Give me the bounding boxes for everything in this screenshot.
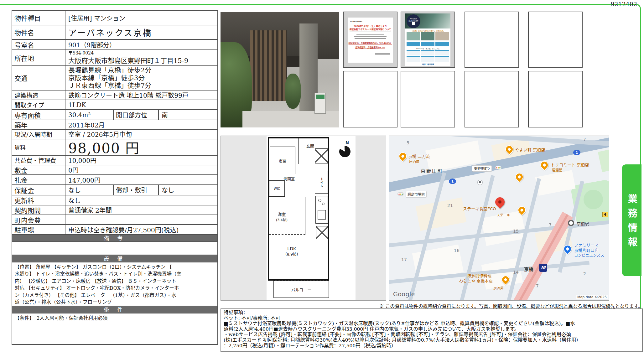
thumb2-system-title: Amazonの「置き配」のシステム [405, 47, 450, 49]
shaft-box [315, 148, 328, 163]
thumb2-strip [435, 32, 449, 40]
notes-line: 道料(2人入居)4,400円■退去時ハウスクリーニング費用33,000円 住戸内… [224, 327, 640, 332]
table-row: 共益費・管理費10,000円 [12, 155, 217, 165]
document-number: 9212402 [602, 1, 637, 8]
thumbnail-empty [343, 71, 397, 127]
station-marker [568, 220, 574, 226]
notes-line: ペット: 不可/事務所: 不可 [224, 316, 640, 321]
row-label: 駐車場 [12, 225, 65, 234]
row-label: 更新料 [12, 195, 65, 205]
row-value: なし [65, 195, 217, 205]
thumb2-strip [407, 32, 420, 40]
conditions-value: 【条件】 2人入居可能・保証会社利用必須 [12, 313, 217, 323]
equipment-line: ン（カメラ付き） 【その他】 エレベーター（1基）・ガス（都市ガス）・水 [15, 292, 215, 299]
ldk-label: LDK (8.9帖) [285, 246, 298, 256]
table-row: 物件名アーバネックス京橋 [12, 25, 217, 39]
map-copyright: Map data ©2025 [576, 295, 608, 299]
balcony: バルコニー [273, 281, 329, 298]
toilet-room: トイレ [315, 171, 328, 194]
shaft-box [316, 226, 328, 239]
poi-name: ステーキ食堂ECO [463, 205, 496, 211]
rent-value: 98,000 円 [65, 139, 217, 155]
access-line: 長堀鶴見線「京橋」徒歩2分 [68, 66, 151, 74]
equipment-row: 【位置】 角部屋 【キッチン】 ガスコンロ（2口）・システムキッチン 【 水廻り… [12, 262, 217, 306]
thumbnail-empty [401, 71, 455, 127]
table-row: 専有面積 30.4m² 開口部方位 南 [12, 109, 217, 120]
map-block-number: 17 [401, 257, 407, 262]
poi-category: ステーキ [496, 212, 510, 217]
special-notes-box: 特記事項： ペット: 不可/事務所: 不可 ■ミストサウナ付浴室暖房乾燥機(ミス… [221, 308, 643, 352]
thumb2-badge: Amazon 置き配対応物件 [407, 14, 420, 28]
row-value: 1LDK [65, 100, 217, 109]
guarantee-value: なし [65, 185, 113, 195]
table-row: 交通 長堀鶴見線「京橋」徒歩2分 京阪本線「京橋」徒歩3分 ＪＲ東西線「京橋」徒… [12, 65, 217, 90]
map-block-number: 21 [447, 203, 453, 208]
area-value: 30.4m² [65, 110, 113, 120]
row-label: 現況/入居時期 [12, 130, 65, 139]
table-row: 号室名901（9階部分） [12, 39, 217, 49]
table-row: 築年2011年02月 [12, 120, 217, 129]
traffic-light-icon [495, 166, 501, 169]
poi-name: やよい軒 京橋店 [515, 147, 545, 153]
equipment-line: 対応 【セキュリティ】 オートロック・宅配BOX・防犯カメラ・インターホ [15, 285, 215, 292]
row-label: 築年 [12, 120, 65, 129]
poi-category: 居酒屋 [493, 286, 504, 291]
poi-name: トリコミート 京橋店 [551, 162, 589, 168]
table-row: 間取タイプ1LDK [12, 100, 217, 109]
amortization-value: なし [159, 185, 217, 195]
compass-north-label: N [345, 140, 349, 145]
row-label: 敷金 [12, 165, 65, 174]
equipment-line: 【位置】 角部屋 【キッチン】 ガスコンロ（2口）・システムキッチン 【 [15, 264, 215, 271]
route-4-shield: 4 [602, 212, 608, 217]
notes-line: ・webサービス広告掲載 [許可]・転載事前連絡 [不要]・画像の転載 [不可]… [224, 332, 640, 338]
thumb2-bluebox [421, 42, 434, 46]
floorplan-margin [356, 136, 386, 301]
map-intersection-label: 東野田町2 [472, 165, 492, 172]
thumb2-caption: 「置き配」は家にいても留守の間でも、荷物を配達。 [405, 30, 450, 32]
row-value: 申込時は空き確認要/月27,500円(税込) [65, 225, 217, 234]
table-row: 更新料なし [12, 195, 217, 205]
row-value: 0円 [65, 165, 217, 174]
wic-room: WIC [269, 180, 285, 197]
equipment-line: 内） 【冷暖房】 エアコン・床暖房 【放送・通信】 ＢＳ・インターネット [15, 278, 215, 285]
thumbnail-empty [528, 71, 583, 127]
thumb1-rate-line1: 初回保証料：月額総賃料の50%（法人100%） [348, 41, 393, 44]
property-sheet-page: { "doc_number": "9212402", "side_tab_lab… [0, 0, 644, 352]
conditions-header: 条 件 [12, 306, 217, 313]
map-block-number: 15 [513, 229, 519, 234]
notes-line: ■ミストサウナ付浴室暖房乾燥機(ミストカワック)・ガス温水床暖房(ヌック)あり#… [224, 321, 640, 327]
thumb1-title-line2: 保証会社エポスカード保証料改定について [348, 28, 393, 31]
map-block-number: 7 [536, 283, 539, 288]
route-1-shield: 1 [573, 150, 580, 155]
table-row: 町内会費 [12, 215, 217, 224]
access-line: ＪＲ東西線「京橋」徒歩7分 [68, 82, 151, 90]
map-block-number: 14 [513, 270, 519, 275]
row-label: 賃料 [12, 139, 65, 155]
table-row: 所在地 〒534-0024 大阪府大阪市都島区東野田町１丁目15-9 [12, 49, 217, 65]
row-label: 礼金 [12, 175, 65, 184]
table-row: 建築構造鉄筋コンクリート造 地上10階 総戸数99戸 [12, 90, 217, 100]
row-label: 建築構造 [12, 91, 65, 100]
notes-line: (株)エポスカード 初回保証料: 月額総賃料の30%(法人40%)以降月次保証料… [224, 338, 640, 343]
map-block-number: 7 [549, 222, 552, 227]
route-1-shield: 1 [449, 179, 456, 184]
map-park [584, 190, 603, 209]
table-row: 保証金 なし 償却・敷引 なし [12, 184, 217, 195]
remarks-value [12, 242, 217, 255]
floorplan-margin [221, 136, 267, 301]
map-building [416, 197, 467, 231]
traffic-light-icon [397, 192, 404, 196]
thumb2-footer-logo: 大阪ガス都市開発 [405, 63, 450, 65]
map-park [598, 149, 609, 172]
floor-plan: 玄関 浴室 洗面室 WIC トイレ 洋室 (3.4帖) LDK (8.9帖) バ… [221, 136, 386, 301]
tab-business-info[interactable]: 業務情報 [622, 164, 641, 276]
table-row: 物件種目[住居用] マンション [12, 11, 217, 25]
row-value: 10,000円 [65, 156, 217, 165]
row-value: 901（9階部分） [65, 40, 217, 49]
thumb2-bluebox [407, 42, 420, 46]
table-row: 契約期間普通借家 2年間 [12, 205, 217, 215]
thumbnail-empty [465, 71, 519, 127]
conditions-row: 【条件】 2人入居可能・保証会社利用必須 [12, 313, 217, 344]
row-label: 交通 [12, 66, 65, 90]
entrance-label: 玄関 [306, 143, 314, 149]
